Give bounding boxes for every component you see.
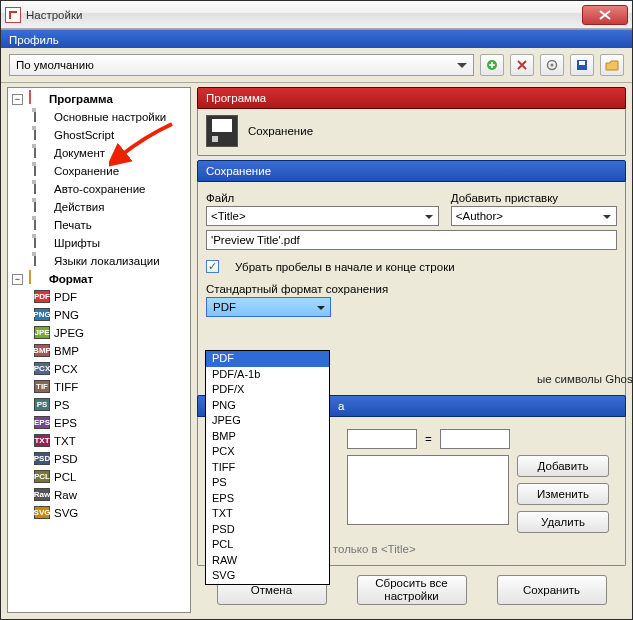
floppy-icon	[206, 115, 238, 147]
tree-item-format[interactable]: BMPBMP	[32, 342, 188, 360]
prefix-select[interactable]: <Author>	[451, 206, 617, 226]
profile-value: По умолчанию	[16, 59, 94, 71]
collapse-icon[interactable]: −	[12, 94, 23, 105]
subst-listbox[interactable]	[347, 455, 509, 525]
add-button[interactable]: Добавить	[517, 455, 609, 477]
dropdown-option[interactable]: PNG	[206, 398, 329, 414]
app-icon	[5, 7, 21, 23]
tree-item-format[interactable]: PCLPCL	[32, 468, 188, 486]
tree-item-format[interactable]: RawRaw	[32, 486, 188, 504]
tree-item-program[interactable]: Языки локализации	[32, 252, 188, 270]
ghostscript-note: ые символы Ghostscript в имени файла	[537, 373, 633, 385]
doc-icon	[34, 145, 50, 161]
reset-button[interactable]: Сбросить все настройки	[357, 575, 467, 605]
doc-icon	[34, 253, 50, 269]
save-profile-button[interactable]	[570, 54, 594, 76]
tree-item-format[interactable]: PSPS	[32, 396, 188, 414]
add-profile-button[interactable]	[480, 54, 504, 76]
trim-label: Убрать пробелы в начале и конце строки	[235, 261, 455, 273]
delete-button[interactable]: Удалить	[517, 511, 609, 533]
profile-header: Профиль	[1, 29, 632, 48]
window-title: Настройки	[26, 9, 82, 21]
stdfmt-dropdown[interactable]: PDFPDF/A-1bPDF/XPNGJPEGBMPPCXTIFFPSEPSTX…	[205, 350, 330, 585]
tree-group-format[interactable]: − Формат	[10, 270, 188, 288]
edit-button[interactable]: Изменить	[517, 483, 609, 505]
tree-item-program[interactable]: Сохранение	[32, 162, 188, 180]
dropdown-option[interactable]: PDF	[206, 351, 329, 367]
open-folder-button[interactable]	[600, 54, 624, 76]
settings-window: Настройки Профиль По умолчанию − Програм…	[0, 0, 633, 620]
tree-item-format[interactable]: TXTTXT	[32, 432, 188, 450]
format-badge-icon: Raw	[34, 487, 50, 503]
svg-rect-4	[579, 61, 585, 65]
tree-item-format[interactable]: PDFPDF	[32, 288, 188, 306]
dropdown-option[interactable]: PDF/X	[206, 382, 329, 398]
tree-item-format[interactable]: JPEJPEG	[32, 324, 188, 342]
tree-item-program[interactable]: Шрифты	[32, 234, 188, 252]
format-badge-icon: JPE	[34, 325, 50, 341]
file-input[interactable]: <Title>	[206, 206, 439, 226]
format-badge-icon: EPS	[34, 415, 50, 431]
dropdown-option[interactable]: PCX	[206, 444, 329, 460]
format-badge-icon: PDF	[34, 289, 50, 305]
doc-icon	[34, 127, 50, 143]
tree-item-format[interactable]: PSDPSD	[32, 450, 188, 468]
main-panel: Программа Сохранение Сохранение Файл <Ti…	[197, 87, 626, 613]
dropdown-option[interactable]: JPEG	[206, 413, 329, 429]
tree-item-format[interactable]: PCXPCX	[32, 360, 188, 378]
profile-header-label: Профиль	[9, 34, 59, 46]
tree-group-program-label: Программа	[49, 93, 113, 105]
dropdown-option[interactable]: TXT	[206, 506, 329, 522]
format-badge-icon: PS	[34, 397, 50, 413]
format-icon	[29, 271, 45, 287]
close-button[interactable]	[582, 5, 628, 25]
dropdown-option[interactable]: PDF/A-1b	[206, 367, 329, 383]
format-badge-icon: PCL	[34, 469, 50, 485]
section-header-save: Сохранение	[197, 160, 626, 182]
dropdown-option[interactable]: PS	[206, 475, 329, 491]
tree-group-format-label: Формат	[49, 273, 93, 285]
tree-item-program[interactable]: GhostScript	[32, 126, 188, 144]
format-badge-icon: BMP	[34, 343, 50, 359]
doc-icon	[34, 109, 50, 125]
tree-item-format[interactable]: TIFTIFF	[32, 378, 188, 396]
tree-item-program[interactable]: Действия	[32, 198, 188, 216]
dropdown-option[interactable]: PCL	[206, 537, 329, 553]
format-badge-icon: PSD	[34, 451, 50, 467]
doc-icon	[34, 163, 50, 179]
tree-item-format[interactable]: PNGPNG	[32, 306, 188, 324]
remove-profile-button[interactable]	[510, 54, 534, 76]
doc-icon	[34, 235, 50, 251]
tree-item-program[interactable]: Основные настройки	[32, 108, 188, 126]
program-section: Программа Сохранение	[197, 87, 626, 156]
prefix-label: Добавить приставку	[451, 192, 617, 204]
dropdown-option[interactable]: TIFF	[206, 460, 329, 476]
tree-item-format[interactable]: SVGSVG	[32, 504, 188, 522]
dropdown-option[interactable]: BMP	[206, 429, 329, 445]
profile-select[interactable]: По умолчанию	[9, 54, 474, 76]
collapse-icon[interactable]: −	[12, 274, 23, 285]
tree-item-program[interactable]: Авто-сохранение	[32, 180, 188, 198]
tree-item-format[interactable]: EPSEPS	[32, 414, 188, 432]
save-button[interactable]: Сохранить	[497, 575, 607, 605]
program-icon	[29, 91, 45, 107]
profile-row: По умолчанию	[1, 48, 632, 83]
tree-group-program[interactable]: − Программа	[10, 90, 188, 108]
stdfmt-label: Стандартный формат сохранения	[206, 283, 617, 295]
stdfmt-select[interactable]: PDF	[206, 297, 331, 317]
dropdown-option[interactable]: RAW	[206, 553, 329, 569]
doc-icon	[34, 181, 50, 197]
sidebar-tree[interactable]: − Программа Основные настройкиGhostScrip…	[7, 87, 191, 613]
dropdown-option[interactable]: PSD	[206, 522, 329, 538]
dropdown-option[interactable]: SVG	[206, 568, 329, 584]
subst-from-input[interactable]	[347, 429, 417, 449]
config-profile-button[interactable]	[540, 54, 564, 76]
trim-checkbox[interactable]: ✓	[206, 260, 219, 273]
tree-item-program[interactable]: Печать	[32, 216, 188, 234]
tree-item-program[interactable]: Документ	[32, 144, 188, 162]
subst-to-input[interactable]	[440, 429, 510, 449]
dropdown-option[interactable]: EPS	[206, 491, 329, 507]
format-badge-icon: PNG	[34, 307, 50, 323]
section-header-program: Программа	[197, 87, 626, 109]
doc-icon	[34, 199, 50, 215]
